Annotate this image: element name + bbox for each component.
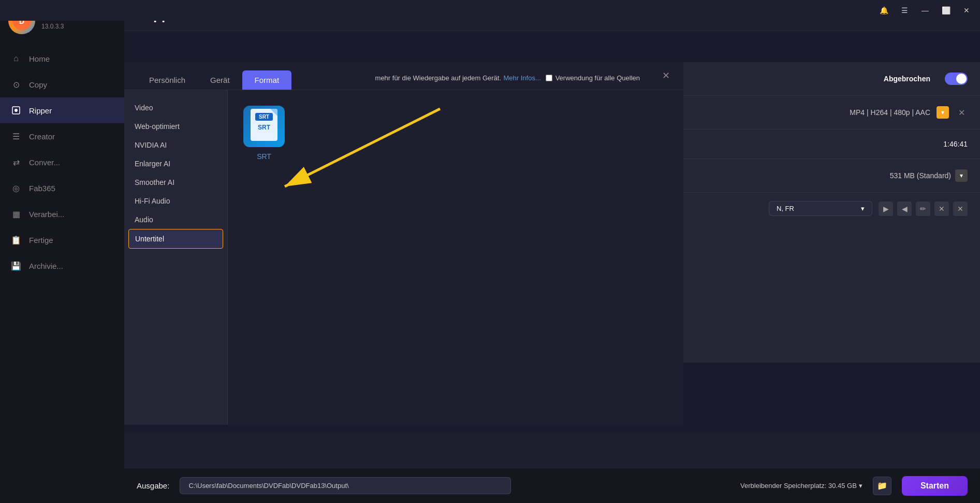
audio-selector[interactable]: N, FR ▾ <box>769 201 872 216</box>
tab-format[interactable]: Format <box>242 70 292 90</box>
srt-icon: SRT SRT <box>243 106 285 147</box>
dialog-close-button[interactable]: ✕ <box>659 68 673 83</box>
size-dropdown-btn[interactable]: ▾ <box>955 169 968 182</box>
category-enlarger[interactable]: Enlarger AI <box>124 154 227 173</box>
tab-personal[interactable]: Persönlich <box>137 70 198 90</box>
app-version: 13.0.3.3 <box>41 23 78 30</box>
copy-icon: ⊙ <box>10 79 22 90</box>
svg-point-3 <box>14 109 18 112</box>
sidebar-label-converter: Conver... <box>29 158 60 167</box>
format-panel: SRT SRT SRT <box>228 90 683 425</box>
main-content: Ripper Persönlich Gerät Format mehr für … <box>124 0 980 503</box>
storage-info: Verbleibender Speicherplatz: 30.45 GB ▾ <box>740 482 862 490</box>
sidebar-item-fertige[interactable]: 📋 Fertige <box>0 227 124 253</box>
title-bar: 🔔 ☰ — ⬜ ✕ <box>0 0 980 21</box>
track-prev-btn[interactable]: ◀ <box>897 202 912 216</box>
track-play-btn[interactable]: ▶ <box>879 202 893 216</box>
output-path[interactable]: C:\Users\fab\Documents\DVDFab\DVDFab13\O… <box>180 477 511 494</box>
sidebar-label-verarbeitung: Verarbei... <box>29 210 64 219</box>
track-controls: ▶ ◀ ✏ ✕ ✕ <box>879 202 968 216</box>
sidebar-item-verarbeitung[interactable]: ▦ Verarbei... <box>0 201 124 227</box>
sidebar-item-archivie[interactable]: 💾 Archivie... <box>0 253 124 279</box>
output-label: Ausgabe: <box>137 481 169 490</box>
sidebar-label-fab365: Fab365 <box>29 184 55 193</box>
dialog-description: mehr für die Wiedergabe auf jedem Gerät. <box>375 74 502 82</box>
category-hifi[interactable]: Hi-Fi Audio <box>124 192 227 210</box>
track-edit-btn[interactable]: ✏ <box>916 202 930 216</box>
converter-icon: ⇄ <box>10 156 22 168</box>
dialog-body: Video Web-optimiert NVIDIA AI Enlarger A… <box>124 90 683 425</box>
folder-button[interactable]: 📁 <box>873 477 891 495</box>
category-video[interactable]: Video <box>124 98 227 117</box>
category-smoother[interactable]: Smoother AI <box>124 173 227 192</box>
sidebar-item-fab365[interactable]: ◎ Fab365 <box>0 175 124 201</box>
abgebrochen-label: Abgebrochen <box>884 75 930 83</box>
format-value: MP4 | H264 | 480p | AAC <box>850 108 930 117</box>
ripper-icon <box>10 105 22 116</box>
sidebar-label-archivie: Archivie... <box>29 262 63 270</box>
format-dropdown-btn[interactable]: ▾ <box>937 106 949 119</box>
bottom-bar: Ausgabe: C:\Users\fab\Documents\DVDFab\D… <box>124 468 980 503</box>
format-srt-label: SRT <box>257 152 271 161</box>
category-nvidia[interactable]: NVIDIA AI <box>124 136 227 154</box>
verarbeitung-icon: ▦ <box>10 208 22 220</box>
hamburger-btn[interactable]: ☰ <box>896 2 913 19</box>
minimize-btn[interactable]: — <box>917 2 933 19</box>
sidebar-label-fertige: Fertige <box>29 236 53 245</box>
sidebar-item-creator[interactable]: ☰ Creator <box>0 123 124 149</box>
sidebar-item-ripper[interactable]: Ripper <box>0 97 124 123</box>
tab-device[interactable]: Gerät <box>198 70 242 90</box>
sidebar-item-copy[interactable]: ⊙ Copy <box>0 71 124 97</box>
notification-btn[interactable]: 🔔 <box>875 2 892 19</box>
archivie-icon: 💾 <box>10 260 22 271</box>
category-untertitel[interactable]: Untertitel <box>128 229 223 249</box>
abgebrochen-toggle[interactable] <box>945 73 968 85</box>
title-bar-controls: 🔔 ☰ — ⬜ ✕ <box>875 2 975 19</box>
category-audio[interactable]: Audio <box>124 210 227 229</box>
fertige-icon: 📋 <box>10 234 22 246</box>
sidebar-item-home[interactable]: ⌂ Home <box>0 46 124 71</box>
format-srt[interactable]: SRT SRT SRT <box>243 106 285 161</box>
sidebar-nav: ⌂ Home ⊙ Copy Ripper ☰ Creator ⇄ Conver.… <box>0 41 124 503</box>
content-area: Persönlich Gerät Format mehr für die Wie… <box>124 31 980 468</box>
start-button[interactable]: Starten <box>902 476 968 496</box>
maximize-btn[interactable]: ⬜ <box>938 2 954 19</box>
audio-dropdown-arrow: ▾ <box>861 205 865 212</box>
duration-value: 1:46:41 <box>943 140 968 148</box>
track-add-btn[interactable]: ✕ <box>953 202 968 216</box>
use-all-sources-label: Verwendung für alle Quellen <box>555 74 640 82</box>
storage-label: Verbleibender Speicherplatz: 30.45 GB <box>740 482 857 490</box>
format-dialog: Persönlich Gerät Format mehr für die Wie… <box>124 62 683 425</box>
track-delete-btn[interactable]: ✕ <box>934 202 949 216</box>
sidebar-label-copy: Copy <box>29 80 47 89</box>
dialog-tabs: Persönlich Gerät Format mehr für die Wie… <box>124 62 683 90</box>
mehr-infos-link[interactable]: Mehr Infos... <box>504 74 541 82</box>
close-btn[interactable]: ✕ <box>958 2 975 19</box>
category-panel: Video Web-optimiert NVIDIA AI Enlarger A… <box>124 90 228 425</box>
track-format-close-btn[interactable]: ✕ <box>955 106 968 119</box>
home-icon: ⌂ <box>10 53 22 64</box>
audio-value: N, FR <box>777 205 794 212</box>
sidebar-label-home: Home <box>29 54 50 63</box>
sidebar: D DVDFab 13.0.3.3 ⌂ Home ⊙ Copy Ripper ☰… <box>0 0 124 503</box>
creator-icon: ☰ <box>10 131 22 142</box>
use-all-sources-checkbox[interactable] <box>546 75 552 81</box>
storage-dropdown-icon: ▾ <box>859 482 862 490</box>
fab365-icon: ◎ <box>10 182 22 194</box>
sidebar-label-ripper: Ripper <box>29 106 52 115</box>
sidebar-label-creator: Creator <box>29 132 55 141</box>
category-web[interactable]: Web-optimiert <box>124 117 227 136</box>
srt-badge-bottom: SRT <box>258 124 270 131</box>
sidebar-item-converter[interactable]: ⇄ Conver... <box>0 149 124 175</box>
size-value: 531 MB (Standard) <box>890 171 951 180</box>
srt-badge-top: SRT <box>255 113 273 121</box>
